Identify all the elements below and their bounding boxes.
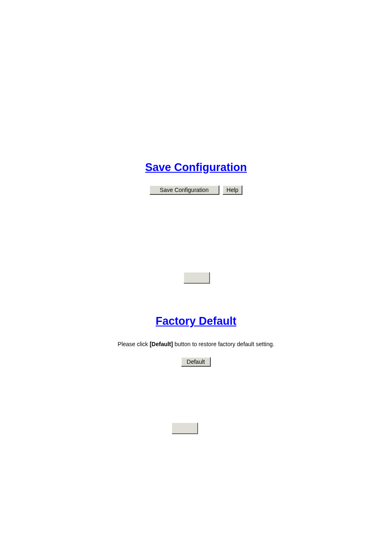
save-button-row: Save Configuration Help — [0, 185, 392, 195]
default-button[interactable]: Default — [181, 357, 210, 367]
factory-default-heading-link[interactable]: Factory Default — [156, 315, 237, 328]
save-configuration-section: Save Configuration Save Configuration He… — [0, 161, 392, 195]
save-configuration-heading-link[interactable]: Save Configuration — [145, 161, 247, 174]
help-button[interactable]: Help — [223, 185, 242, 195]
blank-button-2[interactable] — [172, 423, 198, 434]
factory-button-row: Default — [0, 357, 392, 367]
factory-default-section: Factory Default Please click [Default] b… — [0, 315, 392, 367]
save-configuration-button[interactable]: Save Configuration — [150, 185, 219, 195]
instruction-bold: [Default] — [150, 341, 173, 347]
blank-button-1[interactable] — [184, 272, 210, 284]
instruction-suffix: button to restore factory default settin… — [173, 341, 274, 347]
instruction-prefix: Please click — [118, 341, 150, 347]
factory-default-instruction: Please click [Default] button to restore… — [0, 341, 392, 347]
